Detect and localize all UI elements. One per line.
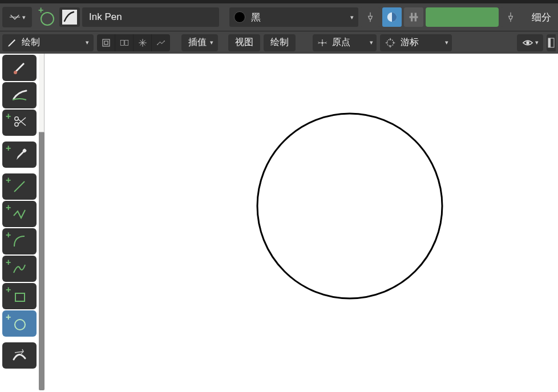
toggle-3[interactable] [134,34,152,51]
circle-tool[interactable]: + [2,310,37,337]
svg-rect-10 [120,40,124,45]
cursor-label: 游标 [401,37,419,49]
scrollbar[interactable] [39,132,45,390]
color-swatch-icon [234,11,245,23]
svg-rect-11 [124,40,128,45]
cursor-icon [385,37,396,49]
layer-button-active[interactable] [382,7,402,27]
pivot-label: 原点 [332,37,350,49]
brush-thumbnail-button[interactable] [59,7,80,27]
svg-rect-8 [103,39,110,46]
chevron-down-icon: ▾ [210,39,213,46]
eyedropper-tool[interactable]: + [2,142,37,168]
color-label: 黑 [251,11,261,24]
material-color-dropdown[interactable]: 黑 ▾ [229,7,358,27]
fill-tool[interactable] [2,82,37,108]
visibility-dropdown[interactable]: ▾ [517,34,543,51]
plus-icon: + [6,285,11,294]
chevron-down-icon: ▾ [86,39,89,46]
svg-point-13 [164,40,165,41]
curve-tool[interactable]: + [2,256,37,282]
line-tool[interactable]: + [2,173,37,200]
svg-point-15 [387,39,394,46]
svg-point-19 [14,71,17,74]
cursor-dropdown[interactable]: 游标 ▾ [380,34,452,51]
plus-icon: + [6,144,11,153]
svg-line-23 [14,181,25,192]
toggle-2[interactable] [115,34,134,51]
view-menu[interactable]: 视图 [228,34,260,51]
mode-dropdown[interactable]: 绘制 ▾ [2,34,94,51]
plus-icon: + [6,176,11,185]
plus-icon: + [6,231,11,240]
chevron-down-icon: ▾ [445,39,448,46]
drawn-circle [256,112,444,300]
interpolate-label: 插值 [188,37,207,49]
draw-menu[interactable]: 绘制 [264,34,296,51]
mode-label: 绘制 [22,37,40,49]
svg-point-21 [15,123,18,126]
chevron-down-icon: ▾ [370,39,373,46]
canvas[interactable] [39,54,558,392]
snapping-dropdown[interactable]: ▾ [2,7,32,27]
eye-icon [522,38,533,47]
strength-slider[interactable] [426,7,499,27]
svg-rect-7 [410,16,418,18]
header-bar: ▾ + Ink Pen 黑 ▾ 细分 [0,0,558,31]
view-label: 视图 [235,37,253,49]
left-toolbar: + + + + + + + + [2,55,38,369]
plus-icon: + [6,313,11,322]
secondary-toolbar: 绘制 ▾ 插值 ▾ 视图 绘制 原点 ▾ 游标 ▾ ▾ [0,31,558,54]
svg-text:+: + [38,6,43,15]
subdivide-button[interactable]: 细分 [528,11,555,24]
canvas-edge [39,54,45,132]
origin-icon [317,38,327,48]
lock-button[interactable] [404,7,423,27]
chevron-down-icon: ▾ [535,39,539,46]
draw-tool[interactable] [2,55,37,81]
toggle-1[interactable] [97,34,115,51]
polyline-tool[interactable]: + [2,201,37,227]
brush-name-text: Ink Pen [89,11,122,23]
pin-button-2[interactable] [501,7,520,27]
svg-point-2 [41,13,54,25]
svg-point-26 [257,114,442,298]
svg-rect-9 [104,41,108,45]
plus-icon: + [6,258,11,267]
draw-label: 绘制 [270,37,289,49]
svg-point-14 [321,42,324,44]
plus-icon: + [6,203,11,212]
box-tool[interactable]: + [2,283,37,309]
interpolate-dropdown[interactable]: 插值 ▾ [181,34,218,51]
pin-button[interactable] [361,7,380,27]
pivot-dropdown[interactable]: 原点 ▾ [313,34,377,51]
svg-rect-24 [15,293,25,301]
toggle-4[interactable] [152,34,170,51]
brush-name-input[interactable]: Ink Pen [82,7,219,27]
cutter-tool[interactable]: + [2,110,37,136]
svg-point-20 [15,117,18,120]
svg-rect-3 [62,10,77,25]
chevron-down-icon: ▾ [22,14,26,21]
svg-point-25 [15,320,25,330]
display-toggle-group [97,34,170,51]
chevron-down-icon: ▾ [350,14,354,21]
svg-point-12 [157,43,158,45]
side-panel-toggle[interactable] [547,34,556,51]
pencil-icon [7,38,17,48]
svg-point-16 [526,41,529,44]
interpolate-tool[interactable] [2,342,37,369]
svg-rect-18 [548,38,551,47]
brush-preview[interactable]: + [34,6,57,29]
plus-icon: + [6,112,11,121]
arc-tool[interactable]: + [2,228,37,254]
